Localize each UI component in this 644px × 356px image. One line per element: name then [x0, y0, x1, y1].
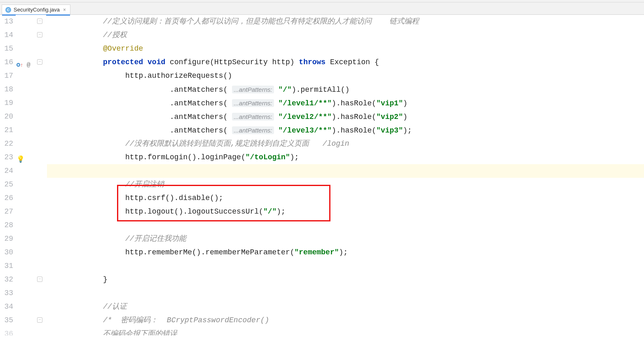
line-number: 31 [0, 259, 13, 273]
tab-bar: C SecurityConfig.java × [0, 2, 644, 15]
line-number-gutter: 1314151617181920212223242526272829303132… [0, 15, 16, 356]
code-line[interactable]: http.csrf().disable(); [47, 191, 644, 205]
line-number: 21 [0, 123, 13, 137]
code-line[interactable]: //开启注销 [47, 178, 644, 191]
code-line[interactable]: http.formLogin().loginPage("/toLogin"); [47, 151, 644, 164]
line-number: 36 [0, 327, 13, 335]
code-line[interactable] [47, 286, 644, 300]
code-line[interactable]: //定义访问规则：首页每个人都可以访问，但是功能也只有特定权限的人才能访问 链式… [47, 15, 644, 28]
parameter-hint: ...antPatterns: [232, 99, 274, 107]
fold-handle-icon[interactable]: − [37, 19, 42, 24]
line-number: 32 [0, 273, 13, 286]
code-line[interactable]: http.logout().logoutSuccessUrl("/"); [47, 205, 644, 219]
line-number: 27 [0, 205, 13, 219]
code-line[interactable]: //开启记住我功能 [47, 232, 644, 246]
fold-handle-icon[interactable]: − [37, 59, 42, 65]
code-line[interactable]: http.authorizeRequests() [47, 69, 644, 83]
override-gutter-icon[interactable]: ↑ @ [16, 58, 30, 72]
editor-tab-securityconfig[interactable]: C SecurityConfig.java × [2, 5, 70, 14]
java-class-icon: C [5, 7, 11, 13]
code-line[interactable]: 不编码会报下面的错误 [47, 327, 644, 335]
line-number: 29 [0, 232, 13, 246]
intention-bulb-icon[interactable]: 💡 [16, 153, 25, 167]
line-number: 24 [0, 164, 13, 178]
line-number: 20 [0, 110, 13, 123]
close-icon[interactable]: × [63, 7, 66, 13]
line-number: 23 [0, 151, 13, 164]
code-line[interactable]: } [47, 273, 644, 286]
line-number: 18 [0, 83, 13, 96]
code-line[interactable]: .antMatchers( ...antPatterns: "/").permi… [47, 83, 644, 96]
line-number: 28 [0, 219, 13, 232]
line-number: 16 [0, 56, 13, 69]
parameter-hint: ...antPatterns: [232, 126, 274, 134]
fold-handle-icon[interactable]: − [37, 277, 42, 282]
code-line[interactable]: @Override [47, 42, 644, 56]
line-number: 13 [0, 15, 13, 28]
code-line[interactable]: http.rememberMe().rememberMeParameter("r… [47, 246, 644, 259]
line-number: 17 [0, 69, 13, 83]
code-line[interactable]: .antMatchers( ...antPatterns: "/level1/*… [47, 96, 644, 110]
code-line[interactable]: //没有权限默认跳转到登陆页面,规定跳转到自定义页面 /login [47, 137, 644, 151]
code-line[interactable]: //认证 [47, 300, 644, 314]
code-line[interactable] [47, 219, 644, 232]
line-number: 33 [0, 286, 13, 300]
line-number: 14 [0, 28, 13, 42]
marker-gutter: ↑ @💡 [16, 15, 35, 356]
fold-handle-icon[interactable]: − [37, 32, 42, 37]
code-line[interactable]: /* 密码编码： BCryptPasswordEncoder() [47, 314, 644, 327]
code-line[interactable]: protected void configure(HttpSecurity ht… [47, 56, 644, 69]
code-line[interactable] [47, 164, 644, 178]
line-number: 26 [0, 191, 13, 205]
line-number: 34 [0, 300, 13, 314]
line-number: 15 [0, 42, 13, 56]
code-line[interactable]: .antMatchers( ...antPatterns: "/level3/*… [47, 123, 644, 137]
fold-gutter: −−−−− [35, 15, 46, 356]
code-line[interactable] [47, 259, 644, 273]
line-number: 25 [0, 178, 13, 191]
parameter-hint: ...antPatterns: [232, 113, 274, 121]
code-editor[interactable]: 1314151617181920212223242526272829303132… [0, 15, 644, 356]
fold-handle-icon[interactable]: − [37, 317, 42, 323]
line-number: 19 [0, 96, 13, 110]
code-line[interactable]: .antMatchers( ...antPatterns: "/level2/*… [47, 110, 644, 123]
parameter-hint: ...antPatterns: [232, 86, 274, 93]
line-number: 30 [0, 246, 13, 259]
code-line[interactable]: //授权 [47, 28, 644, 42]
line-number: 35 [0, 314, 13, 327]
line-number: 22 [0, 137, 13, 151]
tab-filename: SecurityConfig.java [14, 7, 60, 13]
code-area[interactable]: //定义访问规则：首页每个人都可以访问，但是功能也只有特定权限的人才能访问 链式… [46, 15, 644, 356]
